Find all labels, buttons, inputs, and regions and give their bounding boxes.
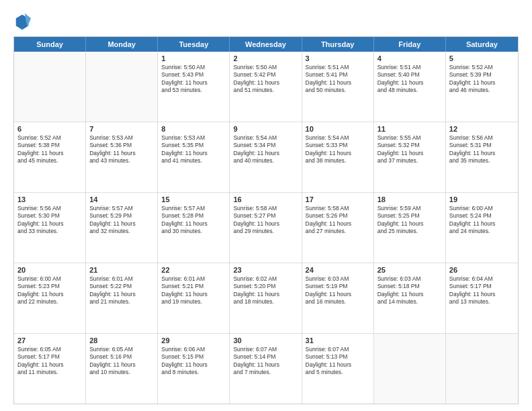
day-number: 24 — [306, 266, 370, 274]
day-cell: 2Sunrise: 5:50 AM Sunset: 5:42 PM Daylig… — [230, 52, 302, 122]
day-cell: 4Sunrise: 5:51 AM Sunset: 5:40 PM Daylig… — [374, 52, 446, 122]
day-number: 27 — [17, 336, 82, 345]
day-cell: 31Sunrise: 6:07 AM Sunset: 5:13 PM Dayli… — [302, 334, 374, 404]
week-row-4: 20Sunrise: 6:00 AM Sunset: 5:23 PM Dayli… — [14, 263, 518, 333]
day-info: Sunrise: 6:03 AM Sunset: 5:18 PM Dayligh… — [378, 275, 442, 306]
col-header-friday: Friday — [374, 37, 446, 52]
day-cell: 14Sunrise: 5:57 AM Sunset: 5:29 PM Dayli… — [86, 193, 158, 263]
day-number: 4 — [378, 54, 442, 62]
day-number: 29 — [161, 336, 226, 345]
day-info: Sunrise: 6:01 AM Sunset: 5:21 PM Dayligh… — [161, 275, 226, 306]
day-info: Sunrise: 5:56 AM Sunset: 5:31 PM Dayligh… — [449, 134, 515, 165]
day-cell: 24Sunrise: 6:03 AM Sunset: 5:19 PM Dayli… — [302, 263, 374, 333]
day-info: Sunrise: 5:55 AM Sunset: 5:32 PM Dayligh… — [378, 134, 442, 165]
day-cell: 30Sunrise: 6:07 AM Sunset: 5:14 PM Dayli… — [230, 334, 302, 404]
day-cell: 12Sunrise: 5:56 AM Sunset: 5:31 PM Dayli… — [446, 122, 518, 192]
col-header-tuesday: Tuesday — [158, 37, 230, 52]
column-headers: SundayMondayTuesdayWednesdayThursdayFrid… — [14, 37, 518, 52]
day-info: Sunrise: 6:04 AM Sunset: 5:17 PM Dayligh… — [449, 275, 515, 306]
day-number: 31 — [306, 336, 370, 345]
day-number: 30 — [233, 336, 298, 345]
day-cell: 23Sunrise: 6:02 AM Sunset: 5:20 PM Dayli… — [230, 263, 302, 333]
day-number: 11 — [378, 125, 442, 133]
page: SundayMondayTuesdayWednesdayThursdayFrid… — [0, 0, 532, 411]
day-number: 28 — [89, 336, 154, 345]
day-cell — [86, 52, 158, 122]
day-number: 6 — [17, 125, 82, 133]
header — [13, 12, 519, 31]
day-number: 20 — [17, 266, 82, 274]
logo-icon — [13, 12, 32, 31]
day-info: Sunrise: 5:53 AM Sunset: 5:36 PM Dayligh… — [89, 134, 154, 165]
day-info: Sunrise: 6:02 AM Sunset: 5:20 PM Dayligh… — [233, 275, 298, 306]
day-cell: 10Sunrise: 5:54 AM Sunset: 5:33 PM Dayli… — [302, 122, 374, 192]
day-cell: 13Sunrise: 5:56 AM Sunset: 5:30 PM Dayli… — [14, 193, 86, 263]
day-cell: 19Sunrise: 6:00 AM Sunset: 5:24 PM Dayli… — [446, 193, 518, 263]
day-info: Sunrise: 5:54 AM Sunset: 5:34 PM Dayligh… — [233, 134, 298, 165]
week-row-5: 27Sunrise: 6:05 AM Sunset: 5:17 PM Dayli… — [14, 333, 518, 404]
day-info: Sunrise: 5:58 AM Sunset: 5:26 PM Dayligh… — [306, 205, 370, 236]
day-number: 5 — [449, 54, 515, 62]
day-number: 9 — [233, 125, 298, 133]
col-header-saturday: Saturday — [446, 37, 518, 52]
day-info: Sunrise: 6:07 AM Sunset: 5:13 PM Dayligh… — [306, 346, 370, 377]
day-info: Sunrise: 5:57 AM Sunset: 5:29 PM Dayligh… — [89, 205, 154, 236]
day-info: Sunrise: 5:52 AM Sunset: 5:39 PM Dayligh… — [449, 64, 515, 95]
day-info: Sunrise: 5:56 AM Sunset: 5:30 PM Dayligh… — [17, 205, 82, 236]
weeks: 1Sunrise: 5:50 AM Sunset: 5:43 PM Daylig… — [14, 52, 518, 404]
day-cell: 25Sunrise: 6:03 AM Sunset: 5:18 PM Dayli… — [374, 263, 446, 333]
col-header-monday: Monday — [86, 37, 158, 52]
day-number: 13 — [17, 195, 82, 203]
day-info: Sunrise: 6:05 AM Sunset: 5:17 PM Dayligh… — [17, 346, 82, 377]
day-info: Sunrise: 6:00 AM Sunset: 5:23 PM Dayligh… — [17, 275, 82, 306]
day-cell: 1Sunrise: 5:50 AM Sunset: 5:43 PM Daylig… — [158, 52, 230, 122]
day-cell: 22Sunrise: 6:01 AM Sunset: 5:21 PM Dayli… — [158, 263, 230, 333]
day-number: 16 — [233, 195, 298, 203]
day-cell: 11Sunrise: 5:55 AM Sunset: 5:32 PM Dayli… — [374, 122, 446, 192]
day-info: Sunrise: 5:59 AM Sunset: 5:25 PM Dayligh… — [378, 205, 442, 236]
day-number: 21 — [89, 266, 154, 274]
col-header-sunday: Sunday — [14, 37, 86, 52]
day-info: Sunrise: 6:00 AM Sunset: 5:24 PM Dayligh… — [449, 205, 515, 236]
day-info: Sunrise: 6:01 AM Sunset: 5:22 PM Dayligh… — [89, 275, 154, 306]
day-number: 8 — [161, 125, 226, 133]
day-number: 19 — [449, 195, 515, 203]
day-number: 23 — [233, 266, 298, 274]
day-number: 17 — [306, 195, 370, 203]
day-cell: 21Sunrise: 6:01 AM Sunset: 5:22 PM Dayli… — [86, 263, 158, 333]
day-cell: 3Sunrise: 5:51 AM Sunset: 5:41 PM Daylig… — [302, 52, 374, 122]
day-number: 25 — [378, 266, 442, 274]
day-info: Sunrise: 5:58 AM Sunset: 5:27 PM Dayligh… — [233, 205, 298, 236]
day-cell: 15Sunrise: 5:57 AM Sunset: 5:28 PM Dayli… — [158, 193, 230, 263]
day-number: 15 — [161, 195, 226, 203]
day-info: Sunrise: 5:50 AM Sunset: 5:42 PM Dayligh… — [233, 64, 298, 95]
day-number: 1 — [161, 54, 226, 62]
week-row-3: 13Sunrise: 5:56 AM Sunset: 5:30 PM Dayli… — [14, 192, 518, 263]
day-cell: 20Sunrise: 6:00 AM Sunset: 5:23 PM Dayli… — [14, 263, 86, 333]
day-cell: 28Sunrise: 6:05 AM Sunset: 5:16 PM Dayli… — [86, 334, 158, 404]
day-cell: 29Sunrise: 6:06 AM Sunset: 5:15 PM Dayli… — [158, 334, 230, 404]
day-number: 18 — [378, 195, 442, 203]
day-info: Sunrise: 5:50 AM Sunset: 5:43 PM Dayligh… — [161, 64, 226, 95]
day-cell: 18Sunrise: 5:59 AM Sunset: 5:25 PM Dayli… — [374, 193, 446, 263]
day-cell: 8Sunrise: 5:53 AM Sunset: 5:35 PM Daylig… — [158, 122, 230, 192]
day-number: 7 — [89, 125, 154, 133]
day-cell: 6Sunrise: 5:52 AM Sunset: 5:38 PM Daylig… — [14, 122, 86, 192]
calendar: SundayMondayTuesdayWednesdayThursdayFrid… — [13, 36, 519, 404]
week-row-1: 1Sunrise: 5:50 AM Sunset: 5:43 PM Daylig… — [14, 52, 518, 122]
day-info: Sunrise: 5:54 AM Sunset: 5:33 PM Dayligh… — [306, 134, 370, 165]
day-number: 22 — [161, 266, 226, 274]
col-header-thursday: Thursday — [302, 37, 374, 52]
day-info: Sunrise: 5:51 AM Sunset: 5:41 PM Dayligh… — [306, 64, 370, 95]
day-info: Sunrise: 6:06 AM Sunset: 5:15 PM Dayligh… — [161, 346, 226, 377]
day-number: 14 — [89, 195, 154, 203]
day-cell: 5Sunrise: 5:52 AM Sunset: 5:39 PM Daylig… — [446, 52, 518, 122]
day-cell — [446, 334, 518, 404]
day-info: Sunrise: 6:05 AM Sunset: 5:16 PM Dayligh… — [89, 346, 154, 377]
day-cell: 17Sunrise: 5:58 AM Sunset: 5:26 PM Dayli… — [302, 193, 374, 263]
day-number: 12 — [449, 125, 515, 133]
day-cell: 26Sunrise: 6:04 AM Sunset: 5:17 PM Dayli… — [446, 263, 518, 333]
day-info: Sunrise: 5:57 AM Sunset: 5:28 PM Dayligh… — [161, 205, 226, 236]
day-info: Sunrise: 5:53 AM Sunset: 5:35 PM Dayligh… — [161, 134, 226, 165]
day-number: 10 — [306, 125, 370, 133]
